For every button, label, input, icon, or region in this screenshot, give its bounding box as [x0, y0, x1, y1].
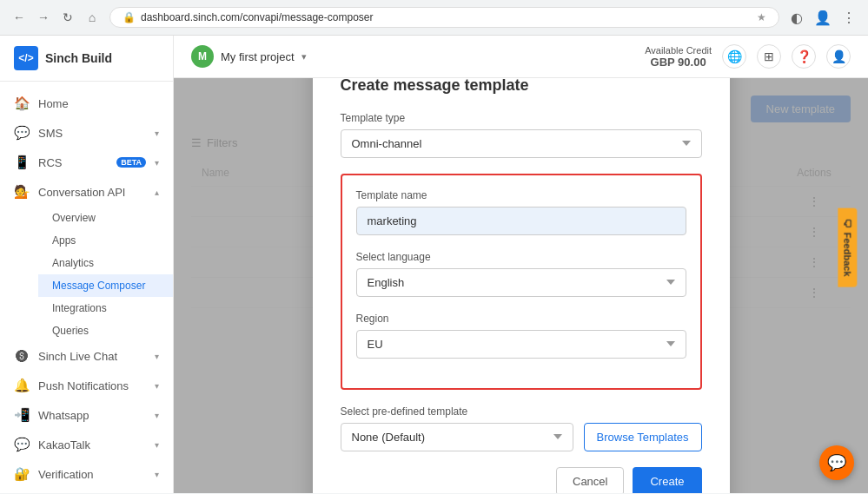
kakaotalk-icon: 💬	[14, 437, 30, 452]
pre-defined-template-select[interactable]: None (Default)	[341, 423, 573, 451]
forward-button[interactable]: →	[33, 7, 54, 28]
home-button[interactable]: ⌂	[82, 7, 103, 28]
verification-icon: 🔐	[14, 466, 30, 482]
conversation-api-icon: 💁	[14, 184, 30, 200]
address-bar[interactable]: 🔒 dashboard.sinch.com/convapi/message-co…	[109, 7, 779, 28]
url-text: dashboard.sinch.com/convapi/message-comp…	[141, 11, 752, 23]
live-chat-icon: 🅢	[14, 349, 30, 364]
modal-actions: Cancel Create	[341, 467, 702, 494]
app-layout: </> Sinch Build 🏠 Home 💬 SMS ▾ 📱 RCS BET…	[0, 36, 868, 493]
sidebar-item-sinch-live-chat[interactable]: 🅢 Sinch Live Chat ▾	[0, 342, 173, 371]
template-name-group: Template name	[356, 189, 686, 235]
sidebar-item-rcs[interactable]: 📱 RCS BETA ▾	[0, 148, 173, 177]
chevron-down-icon: ▾	[155, 128, 159, 138]
chevron-down-icon: ▾	[155, 470, 159, 479]
profile-button[interactable]: 👤	[812, 7, 833, 28]
cancel-button[interactable]: Cancel	[556, 467, 624, 494]
logo-text: Sinch Build	[45, 51, 112, 65]
red-outline-section: Template name Select language English	[341, 174, 702, 390]
sidebar-subitem-queries[interactable]: Queries	[38, 319, 173, 342]
sidebar-item-verification[interactable]: 🔐 Verification ▾	[0, 459, 173, 489]
rcs-beta-badge: BETA	[116, 157, 146, 168]
feedback-icon: 🗨	[843, 218, 853, 227]
template-type-label: Template type	[341, 112, 702, 124]
chevron-down-icon: ▾	[155, 381, 159, 391]
account-button[interactable]: 👤	[826, 44, 851, 69]
sidebar-item-conversation-api[interactable]: 💁 Conversation API ▴	[0, 177, 173, 207]
pre-defined-template-row: Select pre-defined template None (Defaul…	[341, 405, 702, 451]
sidebar-subitem-apps[interactable]: Apps	[38, 229, 173, 252]
sidebar-item-label: SMS	[38, 127, 146, 140]
project-name: My first project	[221, 50, 295, 63]
template-name-input[interactable]	[356, 207, 686, 235]
create-button[interactable]: Create	[633, 467, 701, 494]
sidebar-item-label: Push Notifications	[38, 379, 146, 392]
topbar-actions: 🌐 ⊞ ❓ 👤	[722, 44, 851, 69]
globe-button[interactable]: 🌐	[722, 44, 746, 69]
conversation-api-subnav: Overview Apps Analytics Message Composer…	[0, 207, 173, 342]
chevron-down-icon: ▾	[155, 352, 159, 361]
sidebar-nav: 🏠 Home 💬 SMS ▾ 📱 RCS BETA ▾ 💁 Conversati…	[0, 82, 173, 493]
browser-actions: ◐ 👤 ⋮	[786, 7, 859, 28]
extensions-button[interactable]: ◐	[786, 7, 807, 28]
sidebar-item-label: RCS	[38, 156, 108, 169]
sidebar-item-whatsapp[interactable]: 📲 Whatsapp ▾	[0, 400, 173, 430]
template-type-select[interactable]: Omni-channel	[341, 129, 702, 158]
available-credit: Available Credit GBP 90.00	[645, 45, 712, 69]
sidebar-item-sms[interactable]: 💬 SMS ▾	[0, 118, 173, 148]
sidebar-logo: </> Sinch Build	[0, 36, 173, 82]
sidebar-item-label: Home	[38, 97, 159, 110]
region-group: Region EU	[356, 313, 686, 359]
sidebar-item-label: Whatsapp	[38, 409, 146, 422]
sidebar-item-push-notifications[interactable]: 🔔 Push Notifications ▾	[0, 371, 173, 400]
chevron-up-icon: ▴	[155, 188, 159, 197]
sidebar-item-label: Verification	[38, 468, 146, 481]
browser-nav-buttons: ← → ↻ ⌂	[9, 7, 103, 28]
sidebar-subitem-message-composer[interactable]: Message Composer	[38, 274, 173, 297]
create-template-modal: Create message template Template type Om…	[313, 78, 730, 493]
template-name-label: Template name	[356, 189, 686, 201]
template-type-group: Template type Omni-channel	[341, 112, 702, 158]
logo-icon: </>	[14, 46, 38, 70]
browser-chrome: ← → ↻ ⌂ 🔒 dashboard.sinch.com/convapi/me…	[0, 0, 868, 36]
sidebar-item-voice-video[interactable]: 📹 Voice & Video ▾	[0, 489, 173, 493]
browse-templates-button[interactable]: Browse Templates	[584, 423, 702, 451]
feedback-label: Feedback	[843, 232, 853, 276]
help-button[interactable]: ❓	[792, 44, 816, 69]
select-language-label: Select language	[356, 251, 686, 263]
region-select[interactable]: EU	[356, 330, 686, 359]
select-language-select[interactable]: English	[356, 268, 686, 297]
sidebar-subitem-analytics[interactable]: Analytics	[38, 252, 173, 274]
back-button[interactable]: ←	[9, 7, 30, 28]
grid-button[interactable]: ⊞	[757, 44, 781, 69]
credit-amount: GBP 90.00	[645, 56, 712, 69]
lock-icon: 🔒	[123, 11, 136, 23]
project-chevron-icon: ▾	[301, 51, 307, 63]
sidebar-subitem-integrations[interactable]: Integrations	[38, 297, 173, 319]
sidebar-item-home[interactable]: 🏠 Home	[0, 89, 173, 118]
sidebar-subitem-overview[interactable]: Overview	[38, 207, 173, 229]
push-icon: 🔔	[14, 378, 30, 393]
star-icon: ★	[757, 11, 766, 23]
chat-fab-button[interactable]: 💬	[819, 445, 854, 480]
topbar: M My first project ▾ Available Credit GB…	[174, 36, 868, 78]
chevron-down-icon: ▾	[155, 411, 159, 420]
main-content: M My first project ▾ Available Credit GB…	[174, 36, 868, 493]
credit-label: Available Credit	[645, 45, 712, 56]
pre-defined-template-group: Select pre-defined template None (Defaul…	[341, 405, 573, 451]
project-selector[interactable]: M My first project ▾	[191, 45, 307, 68]
chevron-down-icon: ▾	[155, 158, 159, 168]
refresh-button[interactable]: ↻	[57, 7, 78, 28]
sms-icon: 💬	[14, 125, 30, 141]
region-label: Region	[356, 313, 686, 325]
sidebar-item-label: Sinch Live Chat	[38, 350, 146, 363]
project-avatar: M	[191, 45, 214, 68]
select-language-group: Select language English	[356, 251, 686, 297]
content-area: New template ☰ Filters Name Status Actio…	[174, 78, 868, 493]
modal-overlay: Create message template Template type Om…	[174, 78, 868, 493]
sidebar-item-label: KakaoTalk	[38, 438, 146, 451]
sidebar-item-kakaotalk[interactable]: 💬 KakaoTalk ▾	[0, 430, 173, 459]
rcs-icon: 📱	[14, 155, 30, 170]
feedback-tab[interactable]: 🗨 Feedback	[838, 207, 858, 287]
menu-button[interactable]: ⋮	[838, 7, 859, 28]
